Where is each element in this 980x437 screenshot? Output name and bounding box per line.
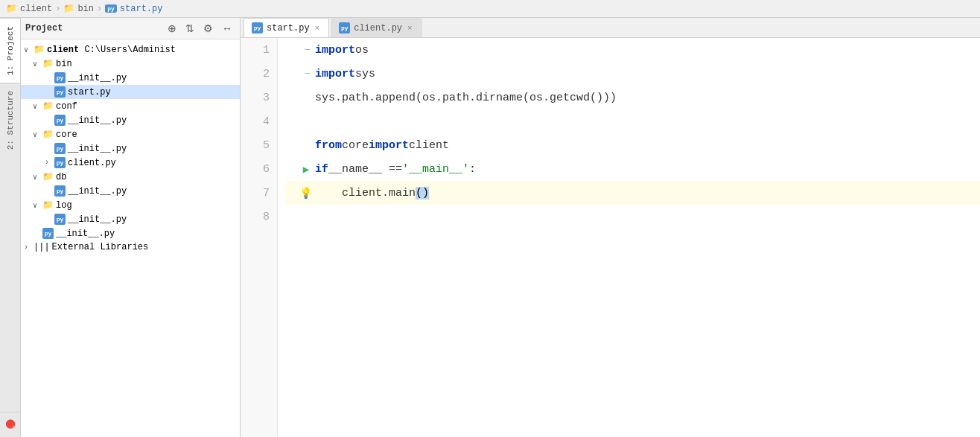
breadcrumb: 📁 client › 📁 bin › py start.py	[0, 0, 980, 18]
tree-label-root-init: __init__.py	[56, 229, 115, 239]
line-num-7: 7	[241, 181, 277, 205]
tree-label-bin: bin	[56, 59, 72, 69]
kw-import-2: import	[315, 68, 355, 80]
tab-clientpy-icon: py	[339, 22, 350, 34]
tab-clientpy[interactable]: py client.py ×	[331, 18, 421, 37]
tree-arrow-db: ∨	[33, 173, 40, 182]
pyfile-icon-core-client: py	[54, 157, 66, 168]
line-num-5: 5	[241, 133, 277, 157]
bulb-icon[interactable]: 💡	[299, 187, 312, 200]
code-line-8	[285, 205, 980, 229]
line4-content	[315, 115, 322, 128]
tree-label-log-init: __init__.py	[68, 214, 127, 225]
kw-import-5: import	[369, 139, 409, 152]
line3-content: sys.path.append(os.path.dirname(os.getcw…	[315, 92, 617, 104]
tree-file-root-init[interactable]: py __init__.py	[21, 226, 240, 240]
tab-structure[interactable]: 2: Structure	[0, 83, 20, 157]
breadcrumb-client[interactable]: client	[20, 4, 52, 14]
fold-7: 💡	[300, 187, 315, 200]
tab-clientpy-label: client.py	[354, 23, 402, 34]
tree-arrow-conf: ∨	[33, 102, 40, 111]
tree-folder-core[interactable]: ∨ 📁 core	[21, 127, 240, 141]
tree-label-client: client C:\Users\Administ	[47, 45, 176, 55]
line7-content: client.main()	[315, 187, 429, 200]
kw-import-1: import	[315, 44, 355, 57]
line-numbers: 1 2 3 4 5 6 7 8	[241, 38, 278, 437]
toolbar-settings-btn[interactable]: ⚙	[200, 21, 216, 36]
folder-icon-conf: 📁	[42, 101, 54, 112]
line6-content: if __name__ == '__main__':	[315, 163, 476, 176]
tree-file-log-init[interactable]: py __init__.py	[21, 212, 240, 226]
tree-file-core-init[interactable]: py __init__.py	[21, 141, 240, 156]
plain-indent7: client.main	[315, 187, 416, 200]
side-tabs: 1: Project 2: Structure 🔴	[0, 18, 21, 437]
code-line-7: 💡 client.main()	[285, 181, 980, 205]
toolbar-collapse-btn[interactable]: ↔	[219, 21, 235, 36]
fold-arrow-1: —	[305, 45, 310, 55]
plain-name: __name__ ==	[328, 163, 402, 176]
tree-arrow-core: ∨	[33, 130, 40, 139]
toolbar-new-btn[interactable]: ⊕	[165, 21, 179, 36]
plain-sys: sys	[355, 68, 375, 80]
line-num-6: 6	[241, 157, 277, 181]
fold-6: ▶	[300, 163, 315, 176]
fold-2: —	[300, 68, 315, 79]
line1-content: import os	[315, 44, 369, 57]
fold-arrow-2: —	[305, 68, 310, 79]
tree-label-ext: External Libraries	[52, 242, 149, 252]
tree-folder-conf[interactable]: ∨ 📁 conf	[21, 99, 240, 113]
tab-clientpy-close[interactable]: ×	[406, 24, 414, 33]
tree-file-startpy[interactable]: py start.py	[21, 85, 240, 99]
str-main: '__main__'	[402, 163, 469, 176]
tab-unknown[interactable]: 🔴	[0, 412, 20, 437]
tab-startpy-close[interactable]: ×	[314, 24, 322, 33]
tree-arrow-bin: ∨	[33, 60, 40, 68]
breadcrumb-bin[interactable]: bin	[77, 4, 94, 14]
tree-file-db-init[interactable]: py __init__.py	[21, 184, 240, 198]
editor-content[interactable]: 1 2 3 4 5 6 7 8 — import os —	[241, 38, 980, 437]
project-toolbar: Project ⊕ ⇅ ⚙ ↔	[21, 18, 240, 39]
line5-content: from core import client	[315, 139, 449, 152]
tab-startpy-icon: py	[252, 22, 263, 34]
tree-file-core-clientpy[interactable]: › py client.py	[21, 156, 240, 170]
tab-startpy[interactable]: py start.py ×	[244, 18, 329, 37]
tree-folder-log[interactable]: ∨ 📁 log	[21, 198, 240, 212]
project-panel: Project ⊕ ⇅ ⚙ ↔ ∨ 📁 client C:\Users\Admi…	[21, 18, 241, 437]
ext-libs-icon: |||	[34, 242, 50, 252]
tree-root-client[interactable]: ∨ 📁 client C:\Users\Administ	[21, 42, 240, 57]
tree-label-conf-init: __init__.py	[68, 115, 127, 126]
project-tree: ∨ 📁 client C:\Users\Administ ∨ 📁 bin py …	[21, 39, 240, 437]
tree-folder-db[interactable]: ∨ 📁 db	[21, 170, 240, 184]
tree-label-log: log	[56, 200, 72, 211]
pyfile-icon-start: py	[54, 86, 66, 98]
folder-icon-bin: 📁	[42, 58, 54, 69]
folder-icon-log: 📁	[42, 200, 54, 211]
fold-1: —	[300, 45, 315, 55]
line-num-4: 4	[241, 109, 277, 133]
tree-ext-libs[interactable]: › ||| External Libraries	[21, 240, 240, 254]
line8-content	[315, 211, 322, 223]
plain-os: os	[355, 44, 369, 57]
tab-project[interactable]: 1: Project	[0, 18, 20, 83]
tree-arrow-log: ∨	[33, 201, 40, 210]
pyfile-icon-bin-init: py	[54, 72, 66, 83]
code-line-6: ▶ if __name__ == '__main__':	[285, 157, 980, 181]
tree-file-bin-init[interactable]: py __init__.py	[21, 71, 240, 85]
tree-label-conf: conf	[56, 101, 77, 112]
pyfile-icon-conf-init: py	[54, 115, 66, 126]
toolbar-sync-btn[interactable]: ⇅	[182, 21, 197, 36]
tree-folder-bin[interactable]: ∨ 📁 bin	[21, 57, 240, 71]
run-icon[interactable]: ▶	[303, 163, 309, 176]
kw-from: from	[315, 139, 342, 152]
tree-arrow-core-client: ›	[45, 159, 52, 167]
pyfile-icon-core-init: py	[54, 143, 66, 154]
breadcrumb-startpy[interactable]: start.py	[120, 4, 163, 14]
breadcrumb-folder-icon-bin: 📁	[63, 3, 74, 14]
selected-text: ()	[416, 187, 429, 200]
tree-file-conf-init[interactable]: py __init__.py	[21, 113, 240, 127]
tree-arrow-client: ∨	[24, 45, 31, 54]
plain-core: core	[342, 139, 369, 152]
line-num-1: 1	[241, 38, 277, 62]
line-num-2: 2	[241, 62, 277, 86]
code-area[interactable]: — import os — import sys sys.path.	[278, 38, 980, 437]
